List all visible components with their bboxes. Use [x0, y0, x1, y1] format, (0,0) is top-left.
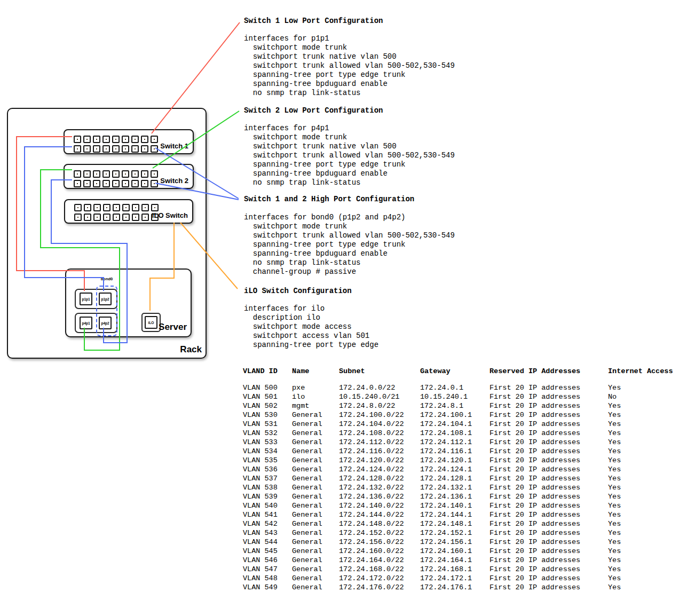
config-line: channel-group # passive: [244, 267, 455, 277]
cell-name: General: [292, 510, 322, 519]
cell-subnet: 172.24.164.0/22: [339, 556, 404, 565]
config-line: switchport trunk allowed vlan 500-502,53…: [244, 151, 455, 160]
switch-port: [93, 204, 101, 211]
cell-gateway: 172.24.132.1: [420, 483, 472, 492]
cell-vlan-id: VLAN 535: [243, 456, 278, 465]
cell-vlan-id: VLAN 532: [243, 429, 278, 438]
switch1-box: Switch 1: [64, 129, 194, 154]
cell-gateway: 172.24.140.1: [420, 501, 472, 510]
cell-internet-access: Yes: [608, 465, 621, 474]
cell-internet-access: Yes: [608, 574, 621, 583]
cell-name: General: [292, 528, 322, 538]
cell-internet-access: Yes: [608, 438, 621, 447]
cell-vlan-id: VLAN 542: [243, 519, 278, 528]
cell-internet-access: Yes: [608, 474, 621, 483]
cell-reserved-ip: First 20 IP addresses: [489, 392, 580, 401]
switch-port: [74, 180, 81, 187]
header-reserved-ip: Reserved IP Addresses: [489, 367, 580, 376]
config-line: interfaces for bond0 (p1p2 and p4p2): [244, 213, 455, 222]
cell-subnet: 172.24.128.0/22: [339, 474, 404, 483]
switch2-box: Switch 2: [64, 164, 194, 189]
cell-name: General: [292, 474, 322, 483]
cell-internet-access: Yes: [608, 410, 621, 420]
server-port-p4p2: p4p2: [99, 317, 112, 329]
cell-subnet: 172.24.172.0/22: [339, 574, 404, 583]
cell-internet-access: Yes: [608, 519, 621, 528]
cell-internet-access: Yes: [608, 501, 621, 510]
cell-reserved-ip: First 20 IP addresses: [489, 519, 580, 528]
cell-vlan-id: VLAN 534: [243, 447, 278, 456]
vlan-table-header: VLAND ID Name Subnet Gateway Reserved IP…: [243, 367, 675, 376]
switch2-port-row-high: [74, 180, 158, 187]
cell-internet-access: Yes: [608, 538, 621, 547]
cell-name: General: [292, 420, 322, 429]
switch-port: [93, 180, 100, 187]
config-line: no snmp trap link-status: [244, 258, 455, 267]
switch-port: [84, 204, 91, 211]
switch-port: [102, 170, 110, 178]
cell-subnet: 172.24.112.0/22: [339, 438, 404, 447]
table-row: VLAN 535 General 172.24.120.0/22 172.24.…: [243, 456, 675, 465]
cell-name: ilo: [292, 392, 305, 401]
config-line: spanning-tree port type edge trunk: [244, 70, 455, 80]
switch-port: [93, 145, 100, 153]
cell-name: General: [292, 483, 322, 492]
header-internet-access: Internet Access: [608, 367, 673, 376]
cell-internet-access: Yes: [608, 492, 621, 501]
switch-port: [141, 145, 148, 153]
cell-vlan-id: VLAN 502: [243, 401, 278, 410]
cell-gateway: 172.24.144.1: [420, 510, 472, 519]
cell-vlan-id: VLAN 546: [243, 556, 278, 565]
table-row: VLAN 537 General 172.24.128.0/22 172.24.…: [243, 474, 675, 483]
cell-internet-access: Yes: [608, 483, 621, 492]
cell-reserved-ip: First 20 IP addresses: [489, 474, 580, 483]
switch-port: [93, 214, 101, 221]
table-row: VLAN 533 General 172.24.112.0/22 172.24.…: [243, 438, 675, 447]
cell-name: General: [292, 429, 322, 438]
switch-port: [113, 214, 120, 221]
switch-port: [103, 214, 110, 221]
cell-subnet: 172.24.108.0/22: [339, 429, 404, 438]
cell-gateway: 172.24.168.1: [420, 565, 472, 574]
cell-internet-access: Yes: [608, 528, 621, 538]
cell-gateway: 172.24.148.1: [420, 519, 472, 528]
cell-name: General: [292, 438, 322, 447]
switch-port: [74, 145, 81, 153]
switch-port: [113, 204, 120, 211]
switch-port: [131, 170, 139, 178]
cell-internet-access: Yes: [608, 420, 621, 429]
cell-name: General: [292, 519, 322, 528]
table-row: VLAN 531 General 172.24.104.0/22 172.24.…: [243, 420, 675, 429]
cell-reserved-ip: First 20 IP addresses: [489, 528, 580, 538]
cell-reserved-ip: First 20 IP addresses: [489, 383, 580, 392]
switch-port: [151, 204, 159, 211]
switch-port: [102, 136, 110, 143]
switch-port: [93, 136, 100, 143]
switch-port: [122, 204, 130, 211]
switch-port: [112, 145, 120, 153]
cell-subnet: 172.24.100.0/22: [339, 410, 404, 420]
server-label: Server: [159, 322, 187, 333]
vlan-table-body: VLAN 500 pxe 172.24.0.0/22 172.24.0.1 Fi…: [243, 383, 675, 592]
table-row: VLAN 501 ilo 10.15.240.0/21 10.15.240.1 …: [243, 392, 675, 401]
switch-port: [122, 214, 130, 221]
rack-box: Switch 1 Switch 2 iLO Switch bond0 p1p1 …: [7, 108, 207, 359]
cell-name: General: [292, 538, 322, 547]
cell-subnet: 172.24.156.0/22: [339, 538, 404, 547]
cell-gateway: 172.24.104.1: [420, 420, 472, 429]
ilo-switch-port-row-1: [74, 204, 159, 211]
server-port-p4p1: p4p1: [80, 317, 92, 329]
config-line: spanning-tree bpduguard enable: [244, 80, 455, 89]
config-body-high-port: interfaces for bond0 (p1p2 and p4p2) swi…: [244, 213, 455, 277]
cell-reserved-ip: First 20 IP addresses: [489, 447, 580, 456]
config-line: no snmp trap link-status: [244, 178, 455, 187]
config-line: switchport access vlan 501: [244, 331, 378, 341]
switch-port: [151, 170, 158, 178]
config-title-high-port: Switch 1 and 2 High Port Configuration: [244, 195, 414, 204]
cell-reserved-ip: First 20 IP addresses: [489, 401, 580, 410]
cell-internet-access: Yes: [608, 401, 621, 410]
cell-internet-access: Yes: [608, 547, 621, 556]
ilo-switch-label: iLO Switch: [152, 211, 188, 219]
cell-gateway: 172.24.176.1: [420, 583, 472, 592]
cell-subnet: 172.24.168.0/22: [339, 565, 404, 574]
